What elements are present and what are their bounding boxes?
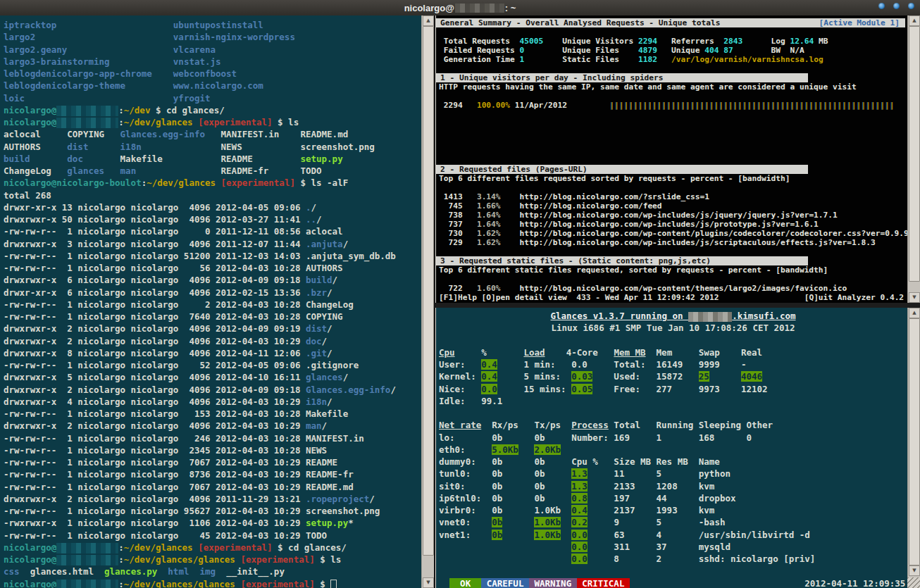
terminal-line [439,407,907,419]
window-button-3[interactable] [908,3,914,9]
terminal-line: -rw-rw-r-- 1 nicolargo nicolargo 51200 2… [4,250,421,262]
terminal-line [439,334,907,346]
left-scrollbar[interactable]: ▲ ▼ [421,15,434,588]
terminal-line: 722 1.60% http://blog.nicolargo.com/wp-c… [439,284,907,293]
scroll-down-icon[interactable]: ▼ [909,292,920,303]
terminal-line: drwxrwxr-x 2 nicolargo nicolargo 4096 20… [4,384,421,396]
glances-title: Glances v1.3.7 running on .kimsufi.com [439,310,907,322]
scroll-up-icon[interactable]: ▲ [423,15,434,26]
terminal-line [439,565,907,577]
scroll-down-icon[interactable]: ▼ [909,565,920,576]
terminal-line [439,247,907,256]
terminal-line: largo3-brainstorming vnstat.js [4,56,421,68]
terminal-line: ip6tnl0: 0b 0b 0.8 197 44 dropbox [439,492,907,504]
terminal-line: drwxr-xr-x 13 nicolargo nicolargo 4096 2… [4,201,421,213]
terminal-line: Idle: 99.1 [439,395,907,407]
window-resize-grip[interactable] [907,577,920,588]
terminal-line: Total Requests 45005 Unique Visitors 229… [439,37,907,46]
glances-subtitle: Linux i686 #1 SMP Tue Jan 10 17:08:26 CE… [439,322,907,334]
analyzer-section-header: 2 - Requested files (Pages-URL) [436,165,808,174]
analyzer-pane[interactable]: General Summary - Overall Analysed Reque… [435,15,907,303]
terminal-line: 738 1.64% http://blog.nicolargo.com/wp-i… [439,211,907,220]
glances-scrollbar[interactable]: ▲ ▼ [907,308,920,588]
terminal-line: User: 0.4 1 min: 0.0 Total: 16149 9999 - [439,358,907,370]
terminal-line: tunl0: 0b 0b 1.3 11 5 python [439,468,907,480]
terminal-line: -rw-rw-r-- 1 nicolargo nicolargo 153 201… [4,408,421,420]
terminal-line: eth0: 5.0Kb 2.0Kb [439,444,907,456]
terminal-line: css glances.html glances.py html img __i… [4,565,421,577]
terminal-line: drwxrwxr-x 8 nicolargo nicolargo 4096 20… [4,347,421,359]
terminal-line [439,119,907,128]
pane-splitter[interactable] [435,303,920,308]
terminal-line: AUTHORS dist i18n NEWS screenshot.png [4,141,421,153]
terminal-line: Top 6 different static files requested, … [439,265,907,275]
terminal-line: Net rate Rx/ps Tx/ps Process Total Runni… [439,419,907,431]
terminal-line: -rw-rw-r-- 1 nicolargo nicolargo 95627 2… [4,505,421,517]
terminal-line: 0.0 311 37 mysqld [439,541,907,553]
glances-scrollbar-thumb[interactable] [909,318,920,565]
terminal-line: Kernel: 0.4 5 mins: 0.03 Used: 15872 25 … [439,370,907,382]
glances-legend-bar: OK CAREFUL WARNING CRITICAL 2012-04-11 1… [439,577,907,588]
terminal-line: -rw-rw-r-- 1 nicolargo nicolargo 7067 20… [4,481,421,493]
terminal-line: ChangeLog glances man README-fr TODO [4,165,421,177]
terminal-line: drwxrwxr-x 5 nicolargo nicolargo 4096 20… [4,371,421,383]
terminal-line: drwxrwxr-x 2 nicolargo nicolargo 4096 20… [4,420,421,432]
terminal-line: HTTP requests having the same IP, same d… [439,82,907,92]
terminal-line: drwxr-xr-x 6 nicolargo nicolargo 4096 20… [4,287,421,299]
terminal-line: -rwxrwxr-x 1 nicolargo nicolargo 1106 20… [4,517,421,529]
analyzer-section-header: 3 - Requested static files - (Static con… [436,256,808,265]
terminal-line: drwxrwxr-x 3 nicolargo nicolargo 4096 20… [4,238,421,250]
shell-prompt-line: nicolargo@:~/dev/glances [experimental] … [4,542,421,553]
terminal-line: drwxrwxr-x 2 nicolargo nicolargo 4096 20… [4,493,421,505]
terminal-line: -rw-rw-r-- 1 nicolargo nicolargo 7640 20… [4,311,421,323]
terminal-line: 745 1.66% http://blog.nicolargo.com/feed [439,201,907,211]
terminal-line [439,92,907,101]
terminal-line: dummy0: 0b 0b Cpu % Size MB Res MB Name [439,456,907,468]
window-title-path: : ~ [505,3,516,13]
terminal-line: iptracktop ubuntupostinstall [4,19,421,31]
left-terminal-pane[interactable]: iptracktop ubuntupostinstalllargo2 varni… [0,15,421,588]
terminal-line: drwxrwxr-x 4 nicolargo nicolargo 4096 20… [4,396,421,408]
terminal-line: loic yfrogit [4,92,421,104]
left-scrollbar-thumb[interactable] [423,26,434,556]
terminal-line: drwxrwxr-x 2 nicolargo nicolargo 4096 20… [4,335,421,347]
terminal-line [439,128,907,137]
terminal-line [439,183,907,192]
terminal-line: drwxrwxr-x 2 nicolargo nicolargo 4096 20… [4,323,421,334]
analyzer-section-header: General Summary - Overall Analysed Reque… [436,18,905,27]
terminal-line: -rw-rw-r-- 1 nicolargo nicolargo 45 2012… [4,530,421,542]
terminal-line: 737 1.64% http://blog.nicolargo.com/wp-i… [439,220,907,229]
window-button-1[interactable] [878,3,885,9]
analyzer-scrollbar-thumb[interactable] [909,26,920,282]
analyzer-scrollbar[interactable]: ▲ ▼ [907,15,920,303]
terminal-line: virbr0: 0b 1.0Kb 0.4 2137 1993 kvm [439,504,907,516]
terminal-line: Nice: 0.0 15 mins: 0.05 Free: 277 9973 1… [439,383,907,395]
terminal-line: 729 1.62% http://blog.nicolargo.com/wp-i… [439,238,907,247]
scroll-up-icon[interactable]: ▲ [909,308,920,318]
terminal-line: leblogdenicolargo-theme www.nicolargo.co… [4,80,421,92]
scroll-up-icon[interactable]: ▲ [909,15,920,26]
window-button-2[interactable] [893,3,900,9]
terminal-line: total 268 [4,189,421,201]
terminal-line: 0.0 8 2 sshd: nicolargo [priv] [439,553,907,565]
terminal-line: -rw-rw-r-- 1 nicolargo nicolargo 2345 20… [4,444,421,456]
terminal-line [439,156,907,165]
terminal-line [439,146,907,156]
shell-prompt-line: nicolargo@:~/dev/glances/glances [experi… [4,578,421,588]
terminal-line: drwxrwxr-x 50 nicolargo nicolargo 4096 2… [4,213,421,225]
glances-pane[interactable]: Glances v1.3.7 running on .kimsufi.comLi… [435,308,907,588]
terminal-line: largo2.geany vlcarena [4,44,421,56]
shell-prompt-line: nicolargo@:~/dev/glances [experimental] … [4,116,421,128]
shell-prompt-line: nicolargo@nicolargo-boulot:~/dev/glances… [4,177,421,189]
terminal-line: build doc Makefile README setup.py [4,153,421,165]
terminal-line: -rw-rw-r-- 1 nicolargo nicolargo 52 2012… [4,359,421,371]
scroll-down-icon[interactable]: ▼ [423,577,434,588]
terminal-line: -rw-rw-r-- 1 nicolargo nicolargo 8736 20… [4,468,421,480]
window-titlebar[interactable]: nicolargo@ : ~ [0,0,920,15]
terminal-line: lo: 0b 0b Number: 169 1 168 0 [439,432,907,444]
terminal-line: vnet1: 0b 1.0Kb 0.0 63 4 /usr/sbin/libvi… [439,529,907,541]
terminal-line: leblogdenicolargo-app-chrome webconfboos… [4,68,421,80]
shell-prompt-line: nicolargo@:~/dev/glances/glances [experi… [4,553,421,565]
terminal-line: vnet0: 0b 1.0Kb 0.2 9 5 -bash [439,516,907,528]
terminal-line: -rw-rw-r-- 1 nicolargo nicolargo 246 201… [4,432,421,444]
